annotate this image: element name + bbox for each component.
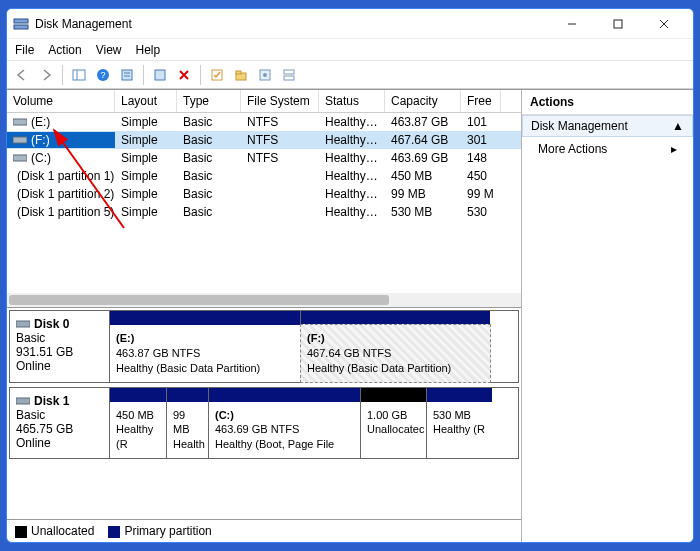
- settings-button[interactable]: [254, 64, 276, 86]
- partition-band: [427, 388, 492, 402]
- menu-file[interactable]: File: [15, 43, 34, 57]
- scrollbar-thumb[interactable]: [9, 295, 389, 305]
- filesystem-cell: NTFS: [241, 132, 319, 148]
- partition[interactable]: 99 MBHealth: [166, 388, 208, 459]
- volume-row[interactable]: (Disk 1 partition 1)SimpleBasicHealthy (…: [7, 167, 521, 185]
- type-cell: Basic: [177, 132, 241, 148]
- back-icon: [15, 68, 29, 82]
- partition[interactable]: (E:)463.87 GB NTFSHealthy (Basic Data Pa…: [110, 311, 300, 382]
- volume-row[interactable]: (Disk 1 partition 2)SimpleBasicHealthy (…: [7, 185, 521, 203]
- svg-rect-0: [14, 19, 28, 23]
- col-status[interactable]: Status: [319, 90, 385, 112]
- back-button[interactable]: [11, 64, 33, 86]
- settings-icon: [258, 68, 272, 82]
- capacity-cell: 463.87 GB: [385, 114, 461, 130]
- volume-row[interactable]: (F:)SimpleBasicNTFSHealthy (B...467.64 G…: [7, 131, 521, 149]
- checklist-button[interactable]: [206, 64, 228, 86]
- volume-row[interactable]: (E:)SimpleBasicNTFSHealthy (B...463.87 G…: [7, 113, 521, 131]
- minimize-button[interactable]: [549, 9, 595, 39]
- partition[interactable]: 1.00 GBUnallocatec: [360, 388, 426, 459]
- volume-list: Volume Layout Type File System Status Ca…: [7, 90, 521, 308]
- volume-name-cell: (C:): [7, 150, 115, 166]
- layout-cell: Simple: [115, 150, 177, 166]
- col-free[interactable]: Free: [461, 90, 501, 112]
- layout-cell: Simple: [115, 204, 177, 220]
- minimize-icon: [567, 19, 577, 29]
- delete-icon: [177, 68, 191, 82]
- titlebar[interactable]: Disk Management: [7, 9, 693, 39]
- partition[interactable]: 450 MBHealthy (R: [110, 388, 166, 459]
- col-capacity[interactable]: Capacity: [385, 90, 461, 112]
- chevron-right-icon: ▸: [671, 142, 677, 156]
- client-area: Volume Layout Type File System Status Ca…: [7, 89, 693, 542]
- disk-row: Disk 1 Basic 465.75 GB Online 450 MBHeal…: [9, 387, 519, 460]
- partition-band: [209, 388, 360, 402]
- col-type[interactable]: Type: [177, 90, 241, 112]
- more-actions[interactable]: More Actions ▸: [522, 137, 693, 161]
- volume-list-body[interactable]: (E:)SimpleBasicNTFSHealthy (B...463.87 G…: [7, 113, 521, 293]
- actions-header: Actions: [522, 90, 693, 115]
- disk-label[interactable]: Disk 0 Basic 931.51 GB Online: [10, 311, 110, 382]
- partition[interactable]: (F:)467.64 GB NTFSHealthy (Basic Data Pa…: [300, 311, 490, 382]
- status-cell: Healthy (B...: [319, 132, 385, 148]
- drive-icon: [13, 135, 27, 145]
- main-pane: Volume Layout Type File System Status Ca…: [7, 90, 521, 542]
- collapse-icon: ▲: [672, 119, 684, 133]
- partition-band: [110, 388, 166, 402]
- horizontal-scrollbar[interactable]: [7, 293, 521, 307]
- svg-rect-10: [122, 70, 132, 80]
- drive-icon: [13, 153, 27, 163]
- disk-partitions: (E:)463.87 GB NTFSHealthy (Basic Data Pa…: [110, 311, 518, 382]
- refresh-button[interactable]: [149, 64, 171, 86]
- status-cell: Healthy (B...: [319, 150, 385, 166]
- disk-label[interactable]: Disk 1 Basic 465.75 GB Online: [10, 388, 110, 459]
- actions-group[interactable]: Disk Management ▲: [522, 115, 693, 137]
- partition-info: 530 MBHealthy (R: [427, 402, 492, 444]
- delete-button[interactable]: [173, 64, 195, 86]
- app-icon: [13, 16, 29, 32]
- svg-rect-23: [13, 119, 27, 125]
- layout-cell: Simple: [115, 168, 177, 184]
- new-button[interactable]: [230, 64, 252, 86]
- toolbar: ?: [7, 61, 693, 89]
- partition-info: (E:)463.87 GB NTFSHealthy (Basic Data Pa…: [110, 325, 300, 382]
- close-button[interactable]: [641, 9, 687, 39]
- volume-list-header[interactable]: Volume Layout Type File System Status Ca…: [7, 90, 521, 113]
- properties-button[interactable]: [116, 64, 138, 86]
- maximize-button[interactable]: [595, 9, 641, 39]
- volume-row[interactable]: (C:)SimpleBasicNTFSHealthy (B...463.69 G…: [7, 149, 521, 167]
- capacity-cell: 450 MB: [385, 168, 461, 184]
- window-title: Disk Management: [35, 17, 549, 31]
- type-cell: Basic: [177, 168, 241, 184]
- forward-button[interactable]: [35, 64, 57, 86]
- type-cell: Basic: [177, 114, 241, 130]
- col-filesystem[interactable]: File System: [241, 90, 319, 112]
- help-toolbar-button[interactable]: ?: [92, 64, 114, 86]
- disk-icon: [16, 319, 30, 329]
- filesystem-cell: [241, 193, 319, 195]
- volume-row[interactable]: (Disk 1 partition 5)SimpleBasicHealthy (…: [7, 203, 521, 221]
- col-layout[interactable]: Layout: [115, 90, 177, 112]
- close-icon: [659, 19, 669, 29]
- disk-partitions: 450 MBHealthy (R99 MBHealth(C:)463.69 GB…: [110, 388, 518, 459]
- actions-pane: Actions Disk Management ▲ More Actions ▸: [521, 90, 693, 542]
- partition-info: (C:)463.69 GB NTFSHealthy (Boot, Page Fi…: [209, 402, 360, 459]
- free-cell: 450: [461, 168, 501, 184]
- layout-button[interactable]: [278, 64, 300, 86]
- menu-action[interactable]: Action: [48, 43, 81, 57]
- menu-view[interactable]: View: [96, 43, 122, 57]
- filesystem-cell: NTFS: [241, 114, 319, 130]
- volume-name-cell: (Disk 1 partition 1): [7, 168, 115, 184]
- more-actions-label: More Actions: [538, 142, 607, 156]
- capacity-cell: 463.69 GB: [385, 150, 461, 166]
- partition[interactable]: 530 MBHealthy (R: [426, 388, 492, 459]
- showhide-tree-button[interactable]: [68, 64, 90, 86]
- partition[interactable]: (C:)463.69 GB NTFSHealthy (Boot, Page Fi…: [208, 388, 360, 459]
- volume-name-cell: (Disk 1 partition 2): [7, 186, 115, 202]
- disk-state: Online: [16, 359, 103, 373]
- svg-rect-21: [284, 70, 294, 74]
- menu-help[interactable]: Help: [136, 43, 161, 57]
- separator-icon: [62, 65, 63, 85]
- col-volume[interactable]: Volume: [7, 90, 115, 112]
- legend-unallocated: Unallocated: [15, 524, 94, 538]
